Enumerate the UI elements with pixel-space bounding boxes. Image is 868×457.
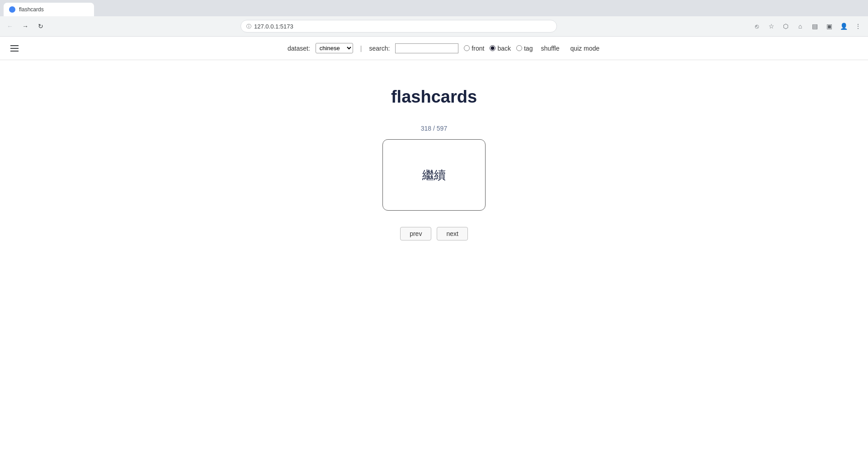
bookmark-icon-btn[interactable]: ☆ [765,20,778,33]
extension-icon-btn[interactable]: ⬡ [779,20,792,33]
address-bar[interactable]: ⓘ 127.0.0.1:5173 [241,20,557,33]
tab-favicon [9,6,15,13]
browser-toolbar: ← → ↻ ⓘ 127.0.0.1:5173 ⎋ ☆ ⬡ ⌂ ▤ ▣ 👤 ⋮ [0,16,868,36]
next-button[interactable]: next [437,227,467,240]
main-content: flashcards 318 / 597 繼續 prev next [0,60,868,240]
prev-button[interactable]: prev [400,227,431,240]
back-button[interactable]: ← [4,20,16,33]
radio-tag-label[interactable]: tag [516,45,533,52]
radio-back-text: back [497,45,511,52]
share-icon-btn[interactable]: ⎋ [750,20,763,33]
browser-chrome: flashcards ← → ↻ ⓘ 127.0.0.1:5173 ⎋ ☆ ⬡ … [0,0,868,37]
secure-icon: ⓘ [246,23,251,30]
search-input[interactable] [395,43,458,53]
shuffle-button[interactable]: shuffle [538,44,562,53]
browser-tab-active[interactable]: flashcards [4,3,94,16]
dataset-label: dataset: [288,45,310,52]
page-title: flashcards [391,87,477,107]
card-buttons: prev next [400,227,468,240]
radio-group: front back tag [464,45,533,52]
flashcard[interactable]: 繼續 [382,139,486,211]
radio-tag-text: tag [524,45,533,52]
more-icon-btn[interactable]: ⋮ [852,20,864,33]
profile-icon-btn[interactable]: 👤 [837,20,850,33]
forward-button[interactable]: → [19,20,32,33]
browser-right-icons: ⎋ ☆ ⬡ ⌂ ▤ ▣ 👤 ⋮ [750,20,864,33]
address-text: 127.0.0.1:5173 [254,23,293,30]
search-label: search: [369,45,390,52]
radio-back[interactable] [490,45,495,51]
toolbar-controls: dataset: chinese japanese korean spanish… [288,43,602,53]
tabstrip-icon-btn[interactable]: ▤ [808,20,821,33]
flashcard-text: 繼續 [422,167,446,183]
window-icon-btn[interactable]: ▣ [823,20,835,33]
radio-tag[interactable] [516,45,522,51]
radio-front-label[interactable]: front [464,45,484,52]
radio-front[interactable] [464,45,470,51]
hamburger-icon [10,45,19,52]
app-icon-btn[interactable]: ⌂ [794,20,807,33]
browser-tabs: flashcards [0,0,868,16]
quiz-mode-button[interactable]: quiz mode [567,44,602,53]
card-counter: 318 / 597 [421,125,447,132]
separator: | [360,45,362,52]
radio-front-text: front [472,45,484,52]
tab-title: flashcards [19,6,44,13]
menu-button[interactable] [7,41,22,56]
app-toolbar: dataset: chinese japanese korean spanish… [0,37,868,60]
radio-back-label[interactable]: back [490,45,511,52]
reload-button[interactable]: ↻ [34,20,47,33]
dataset-select[interactable]: chinese japanese korean spanish [316,43,353,53]
